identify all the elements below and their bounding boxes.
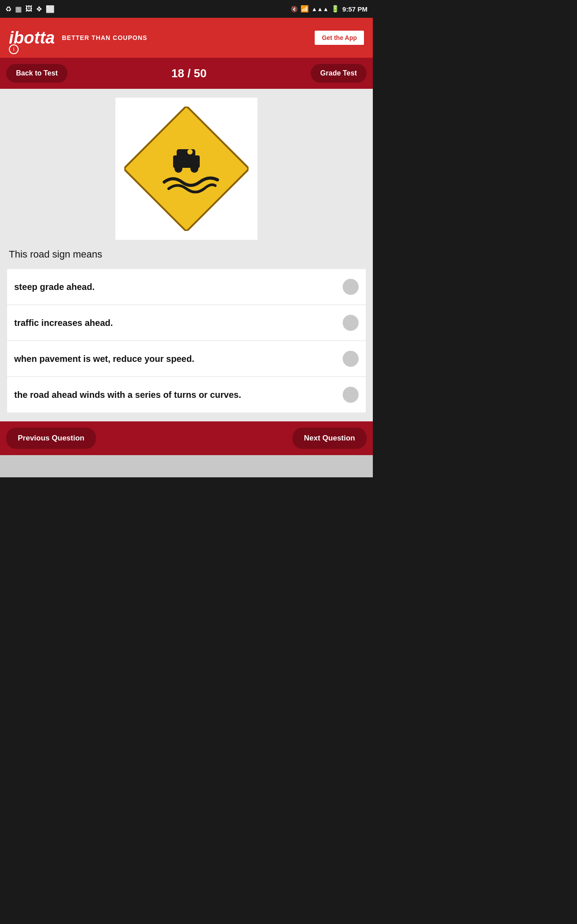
mute-icon: 🔇 bbox=[291, 6, 298, 12]
answer-radio-c[interactable] bbox=[343, 351, 359, 367]
question-image-container bbox=[7, 98, 366, 240]
status-icons-left: ♻ ▦ 🖼 ❖ ⬜ bbox=[5, 5, 55, 13]
question-image-box bbox=[115, 98, 257, 240]
answers-container: steep grade ahead. traffic increases ahe… bbox=[7, 269, 366, 412]
answer-radio-b[interactable] bbox=[343, 315, 359, 331]
previous-question-button[interactable]: Previous Question bbox=[6, 428, 96, 449]
svg-rect-0 bbox=[124, 107, 249, 231]
ad-tagline: BETTER THAN COUPONS bbox=[62, 34, 308, 41]
answer-option-a[interactable]: steep grade ahead. bbox=[7, 269, 366, 305]
answer-text-d: the road ahead winds with a series of tu… bbox=[14, 390, 343, 400]
slippery-road-sign bbox=[124, 107, 249, 231]
grade-test-button[interactable]: Grade Test bbox=[311, 64, 367, 83]
ad-info-icon[interactable]: i bbox=[9, 44, 19, 54]
svg-rect-2 bbox=[177, 149, 195, 157]
svg-point-4 bbox=[190, 165, 198, 173]
ad-banner: ibotta BETTER THAN COUPONS Get the App i bbox=[0, 18, 373, 58]
time-display: 9:57 PM bbox=[342, 5, 368, 13]
answer-radio-d[interactable] bbox=[343, 387, 359, 403]
top-toolbar: Back to Test 18 / 50 Grade Test bbox=[0, 58, 373, 89]
svg-point-5 bbox=[187, 149, 193, 155]
question-text: This road sign means bbox=[7, 249, 366, 260]
footer bbox=[0, 455, 373, 477]
answer-option-c[interactable]: when pavement is wet, reduce your speed. bbox=[7, 341, 366, 377]
image-icon: 🖼 bbox=[25, 5, 32, 13]
status-icons-right: 🔇 📶 ▲▲▲ 🔋 9:57 PM bbox=[291, 5, 368, 13]
svg-point-3 bbox=[174, 165, 182, 173]
ad-get-app-button[interactable]: Get the App bbox=[315, 31, 364, 45]
answer-radio-a[interactable] bbox=[343, 279, 359, 295]
answer-text-b: traffic increases ahead. bbox=[14, 318, 343, 328]
status-bar: ♻ ▦ 🖼 ❖ ⬜ 🔇 📶 ▲▲▲ 🔋 9:57 PM bbox=[0, 0, 373, 18]
bottom-toolbar: Previous Question Next Question bbox=[0, 421, 373, 455]
sd-card-icon: ▦ bbox=[15, 5, 22, 13]
picture-icon: ⬜ bbox=[46, 5, 55, 13]
progress-indicator: 18 / 50 bbox=[171, 67, 207, 80]
back-to-test-button[interactable]: Back to Test bbox=[6, 64, 67, 83]
recycle-icon: ♻ bbox=[5, 5, 12, 13]
answer-text-a: steep grade ahead. bbox=[14, 282, 343, 292]
next-question-button[interactable]: Next Question bbox=[292, 428, 367, 449]
wifi-icon: 📶 bbox=[300, 5, 309, 13]
answer-text-c: when pavement is wet, reduce your speed. bbox=[14, 354, 343, 364]
battery-icon: 🔋 bbox=[331, 5, 340, 13]
signal-icon: ▲▲▲ bbox=[312, 6, 329, 12]
answer-option-d[interactable]: the road ahead winds with a series of tu… bbox=[7, 377, 366, 412]
main-content: This road sign means steep grade ahead. … bbox=[0, 89, 373, 421]
dropbox-icon: ❖ bbox=[36, 5, 42, 13]
answer-option-b[interactable]: traffic increases ahead. bbox=[7, 305, 366, 341]
